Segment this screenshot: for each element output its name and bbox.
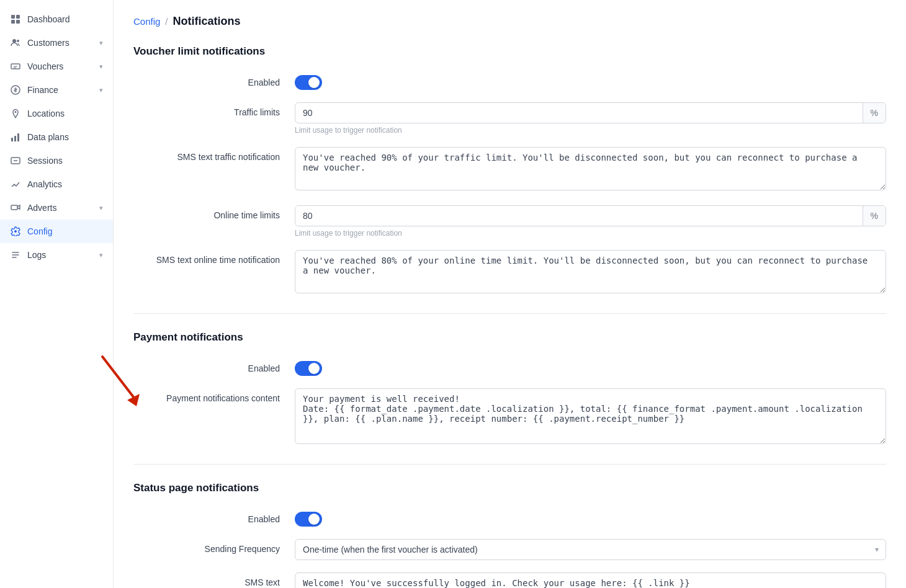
voucher-enabled-toggle[interactable] bbox=[295, 75, 322, 90]
voucher-enabled-label: Enabled bbox=[133, 73, 295, 87]
payment-section: Payment notifications Enabled Payment no… bbox=[133, 331, 886, 447]
sidebar-item-analytics[interactable]: Analytics bbox=[0, 172, 113, 196]
sms-online-textarea[interactable] bbox=[295, 250, 886, 293]
sidebar-label-analytics: Analytics bbox=[27, 179, 62, 189]
sms-traffic-row: SMS text traffic notification bbox=[133, 147, 886, 193]
online-time-control: % Limit usage to trigger notification bbox=[295, 205, 886, 238]
sidebar-item-finance[interactable]: Finance ▾ bbox=[0, 78, 113, 102]
sms-text-row: SMS text bbox=[133, 572, 886, 588]
divider-2 bbox=[133, 464, 886, 465]
payment-title: Payment notifications bbox=[133, 331, 886, 344]
traffic-limits-label: Traffic limits bbox=[133, 102, 295, 117]
online-time-input-wrapper: % bbox=[295, 205, 886, 226]
traffic-limits-row: Traffic limits % Limit usage to trigger … bbox=[133, 102, 886, 135]
payment-content-control bbox=[295, 388, 886, 447]
toggle-thumb bbox=[308, 514, 320, 525]
svg-rect-10 bbox=[14, 136, 16, 141]
main-content: Config / Notifications Voucher limit not… bbox=[114, 0, 906, 588]
chevron-down-icon: ▾ bbox=[99, 86, 103, 94]
divider-1 bbox=[133, 313, 886, 314]
sidebar-label-sessions: Sessions bbox=[27, 156, 63, 166]
sms-traffic-textarea[interactable] bbox=[295, 147, 886, 190]
svg-rect-3 bbox=[16, 20, 20, 24]
svg-rect-13 bbox=[11, 205, 17, 210]
dashboard-icon bbox=[10, 14, 21, 25]
status-page-section: Status page notifications Enabled Sendin… bbox=[133, 482, 886, 588]
sidebar-label-vouchers: Vouchers bbox=[27, 61, 63, 71]
sms-traffic-label: SMS text traffic notification bbox=[133, 147, 295, 162]
sidebar-item-sessions[interactable]: Sessions bbox=[0, 149, 113, 172]
svg-point-4 bbox=[12, 39, 16, 43]
sidebar-label-data-plans: Data plans bbox=[27, 132, 69, 142]
customers-icon bbox=[10, 37, 21, 48]
sending-frequency-select[interactable]: One-time (when the first voucher is acti… bbox=[295, 539, 886, 560]
payment-enabled-row: Enabled bbox=[133, 359, 886, 376]
status-enabled-label: Enabled bbox=[133, 509, 295, 524]
breadcrumb-config-link[interactable]: Config bbox=[133, 16, 160, 27]
sidebar-item-config[interactable]: Config bbox=[0, 220, 113, 243]
toggle-thumb bbox=[308, 77, 320, 88]
status-enabled-toggle[interactable] bbox=[295, 512, 322, 527]
sidebar-item-adverts[interactable]: Adverts ▾ bbox=[0, 196, 113, 220]
voucher-limit-title: Voucher limit notifications bbox=[133, 45, 886, 58]
online-time-row: Online time limits % Limit usage to trig… bbox=[133, 205, 886, 238]
chevron-down-icon: ▾ bbox=[99, 39, 103, 47]
finance-icon bbox=[10, 84, 21, 96]
locations-icon bbox=[10, 108, 21, 119]
breadcrumb-separator: / bbox=[165, 16, 168, 27]
sending-frequency-label: Sending Frequency bbox=[133, 539, 295, 554]
payment-content-textarea[interactable] bbox=[295, 388, 886, 444]
analytics-icon bbox=[10, 179, 21, 190]
sms-online-control bbox=[295, 250, 886, 296]
sidebar-item-data-plans[interactable]: Data plans bbox=[0, 125, 113, 149]
online-time-suffix: % bbox=[863, 206, 886, 226]
logs-icon bbox=[10, 249, 21, 261]
sessions-icon bbox=[10, 155, 21, 166]
sidebar-item-locations[interactable]: Locations bbox=[0, 102, 113, 125]
status-page-title: Status page notifications bbox=[133, 482, 886, 494]
payment-content-label: Payment notifications content bbox=[133, 388, 295, 403]
payment-content-row: Payment notifications content bbox=[133, 388, 886, 447]
sms-text-textarea[interactable] bbox=[295, 572, 886, 588]
sidebar-label-config: Config bbox=[27, 226, 52, 236]
sms-traffic-control bbox=[295, 147, 886, 193]
sidebar-label-locations: Locations bbox=[27, 109, 65, 118]
svg-rect-1 bbox=[16, 15, 20, 19]
breadcrumb: Config / Notifications bbox=[133, 15, 886, 28]
sidebar-item-logs[interactable]: Logs ▾ bbox=[0, 243, 113, 267]
sidebar-label-dashboard: Dashboard bbox=[27, 14, 70, 24]
vouchers-icon bbox=[10, 61, 21, 72]
traffic-limits-input[interactable] bbox=[295, 103, 863, 123]
breadcrumb-current: Notifications bbox=[173, 15, 241, 28]
traffic-limits-control: % Limit usage to trigger notification bbox=[295, 102, 886, 135]
sms-text-label: SMS text bbox=[133, 572, 295, 587]
status-enabled-control bbox=[295, 509, 886, 527]
payment-enabled-label: Enabled bbox=[133, 359, 295, 373]
sms-online-label: SMS text online time notification bbox=[133, 250, 295, 265]
voucher-enabled-row: Enabled bbox=[133, 73, 886, 90]
traffic-suffix: % bbox=[863, 103, 886, 123]
svg-point-8 bbox=[15, 111, 17, 113]
online-time-hint: Limit usage to trigger notification bbox=[295, 229, 886, 238]
online-time-input[interactable] bbox=[295, 206, 863, 226]
sidebar-item-dashboard[interactable]: Dashboard bbox=[0, 7, 113, 31]
sidebar-label-logs: Logs bbox=[27, 250, 46, 260]
config-icon bbox=[10, 226, 21, 237]
sms-online-row: SMS text online time notification bbox=[133, 250, 886, 296]
sending-frequency-row: Sending Frequency One-time (when the fir… bbox=[133, 539, 886, 560]
data-plans-icon bbox=[10, 131, 21, 143]
sending-frequency-control: One-time (when the first voucher is acti… bbox=[295, 539, 886, 560]
adverts-icon bbox=[10, 202, 21, 213]
sidebar: Dashboard Customers ▾ Vouchers ▾ Finance… bbox=[0, 0, 114, 588]
svg-point-5 bbox=[17, 40, 19, 42]
status-enabled-row: Enabled bbox=[133, 509, 886, 527]
chevron-down-icon: ▾ bbox=[99, 63, 103, 71]
svg-rect-9 bbox=[11, 138, 13, 141]
sidebar-item-customers[interactable]: Customers ▾ bbox=[0, 31, 113, 55]
payment-enabled-toggle[interactable] bbox=[295, 361, 322, 376]
voucher-enabled-control bbox=[295, 73, 886, 90]
chevron-down-icon: ▾ bbox=[99, 251, 103, 259]
sending-frequency-select-wrapper: One-time (when the first voucher is acti… bbox=[295, 539, 886, 560]
sidebar-item-vouchers[interactable]: Vouchers ▾ bbox=[0, 55, 113, 78]
svg-rect-0 bbox=[11, 15, 15, 19]
